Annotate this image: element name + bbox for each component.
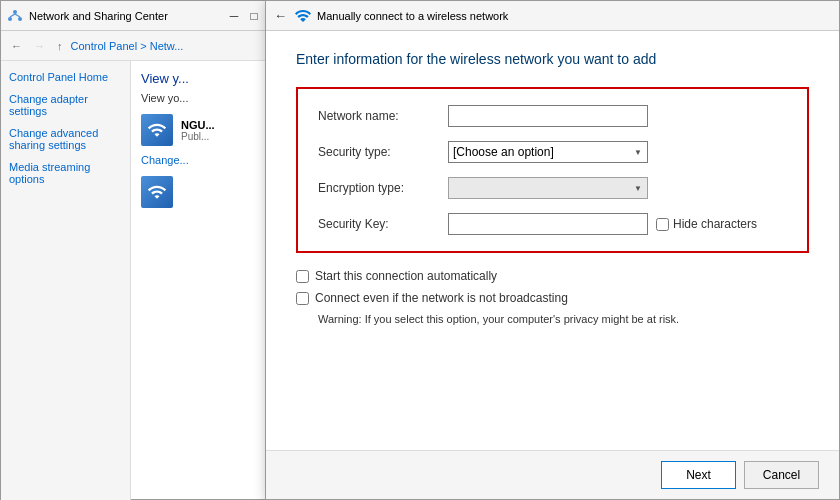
security-type-select-wrapper: [Choose an option]No authentication (Ope…	[448, 141, 648, 163]
encryption-type-row: Encryption type:	[318, 177, 787, 199]
form-section: Network name: Security type: [Choose an …	[296, 87, 809, 253]
security-key-row: Security Key: Hide characters	[318, 213, 787, 235]
network-type: Publ...	[181, 131, 215, 142]
sidebar-item-advanced-sharing[interactable]: Change advanced sharing settings	[9, 127, 122, 151]
forward-arrow: →	[30, 38, 49, 54]
network-icon-ngu	[141, 114, 173, 146]
security-key-label: Security Key:	[318, 217, 448, 231]
sidebar-item-control-panel-home[interactable]: Control Panel Home	[9, 71, 122, 83]
dialog-heading: Enter information for the wireless netwo…	[296, 51, 809, 67]
breadcrumb[interactable]: Control Panel > Netw...	[71, 40, 184, 52]
network-name-label: Network name:	[318, 109, 448, 123]
wireless-network-dialog: ← Manually connect to a wireless network…	[265, 0, 840, 500]
sidebar-item-adapter-settings[interactable]: Change adapter settings	[9, 93, 122, 117]
change-link[interactable]: Change...	[141, 154, 279, 166]
network-entry-ngu: NGU... Publ...	[141, 114, 279, 146]
dialog-footer: Next Cancel	[266, 450, 839, 499]
security-type-row: Security type: [Choose an option]No auth…	[318, 141, 787, 163]
network-name: NGU...	[181, 119, 215, 131]
dialog-body: Enter information for the wireless netwo…	[266, 31, 839, 450]
svg-point-1	[8, 17, 12, 21]
dialog-title-text: Manually connect to a wireless network	[317, 10, 831, 22]
svg-point-2	[18, 17, 22, 21]
connect-broadcast-row: Connect even if the network is not broad…	[296, 291, 809, 305]
next-button[interactable]: Next	[661, 461, 736, 489]
network-entry-2	[141, 176, 279, 208]
connect-broadcast-checkbox[interactable]	[296, 292, 309, 305]
start-auto-label: Start this connection automatically	[315, 269, 497, 283]
main-subtitle: View yo...	[141, 92, 279, 104]
sidebar-item-media-streaming[interactable]: Media streaming options	[9, 161, 122, 185]
encryption-type-select[interactable]	[448, 177, 648, 199]
dialog-titlebar: ← Manually connect to a wireless network	[266, 1, 839, 31]
back-arrow[interactable]: ←	[7, 38, 26, 54]
svg-line-4	[15, 14, 20, 17]
check-section: Start this connection automatically Conn…	[296, 269, 809, 325]
maximize-button[interactable]: □	[245, 7, 263, 25]
sidebar: Control Panel Home Change adapter settin…	[1, 61, 131, 500]
svg-point-0	[13, 10, 17, 14]
network-name-input[interactable]	[448, 105, 648, 127]
start-auto-checkbox[interactable]	[296, 270, 309, 283]
encryption-type-label: Encryption type:	[318, 181, 448, 195]
security-type-label: Security type:	[318, 145, 448, 159]
hide-characters-checkbox[interactable]	[656, 218, 669, 231]
network-sharing-window: Network and Sharing Center ─ □ ✕ ← → ↑ C…	[0, 0, 290, 500]
hide-characters-label[interactable]: Hide characters	[656, 217, 757, 231]
network-name-row: Network name:	[318, 105, 787, 127]
minimize-button[interactable]: ─	[225, 7, 243, 25]
bg-window-title: Network and Sharing Center	[29, 10, 225, 22]
nav-bar: ← → ↑ Control Panel > Netw...	[1, 31, 289, 61]
security-key-input[interactable]	[448, 213, 648, 235]
bg-titlebar: Network and Sharing Center ─ □ ✕	[1, 1, 289, 31]
up-arrow[interactable]: ↑	[53, 38, 67, 54]
hide-characters-text: Hide characters	[673, 217, 757, 231]
warning-text: Warning: If you select this option, your…	[300, 313, 809, 325]
security-type-select[interactable]: [Choose an option]No authentication (Ope…	[448, 141, 648, 163]
network-icon-2	[141, 176, 173, 208]
dialog-back-button[interactable]: ←	[274, 8, 287, 23]
connect-broadcast-label: Connect even if the network is not broad…	[315, 291, 568, 305]
encryption-type-select-wrapper	[448, 177, 648, 199]
svg-line-3	[10, 14, 15, 17]
main-title: View y...	[141, 71, 279, 86]
dialog-title-icon	[295, 8, 311, 24]
bg-content: Control Panel Home Change adapter settin…	[1, 61, 289, 500]
start-auto-row: Start this connection automatically	[296, 269, 809, 283]
network-icon	[7, 8, 23, 24]
cancel-button[interactable]: Cancel	[744, 461, 819, 489]
